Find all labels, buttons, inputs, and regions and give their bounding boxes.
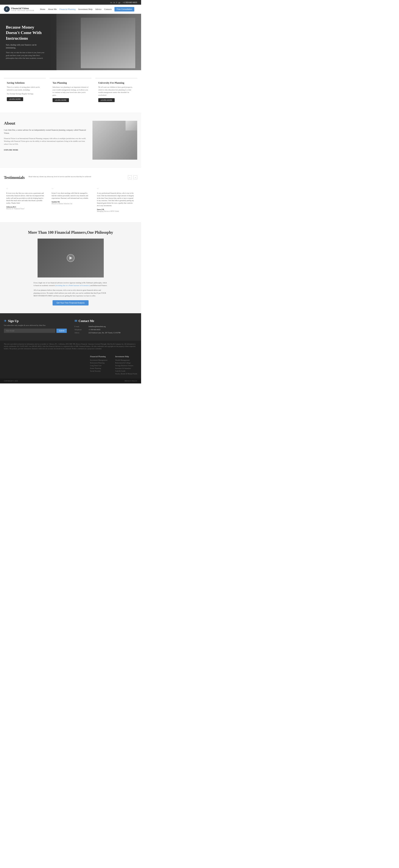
service-university: University Fee Planning We all want our … <box>95 78 137 105</box>
play-icon <box>69 256 72 259</box>
ih-link-4[interactable]: Cash & Credit <box>115 370 137 372</box>
more-than-title: More Than 100 Financial Planners,One Phi… <box>4 230 137 235</box>
ih-link-3[interactable]: Insurance & Annuities <box>115 367 137 369</box>
fp-link-1[interactable]: Retirement Planning <box>90 362 108 364</box>
brand-name: Financial Vision <box>11 7 34 10</box>
free-analysis-button[interactable]: Get Your Free Financial Analysis <box>53 300 89 306</box>
contact-icon: ✉ <box>75 319 77 323</box>
service-university-title: University Fee Planning <box>98 81 134 84</box>
contact-title-text: Contact Me <box>79 319 94 323</box>
twitter-icon[interactable]: tw <box>110 1 112 3</box>
signup-title: ✈ Sign Up <box>4 319 67 323</box>
signup-icon: ✈ <box>4 319 6 323</box>
play-button[interactable] <box>67 254 75 262</box>
nav-contacts[interactable]: Contacts <box>104 8 112 10</box>
more-than-text1: Every single one of our financial adviso… <box>34 281 108 287</box>
contact-title: ✉ Contact Me <box>75 319 137 323</box>
testimonials-cards: “ It is not every day that you come acro… <box>4 185 137 214</box>
service-university-btn[interactable]: LEARN MORE <box>98 98 115 102</box>
privacy-policy-link[interactable]: PRIVACY POLICY <box>124 380 137 382</box>
copyright: COPYRIGHT © 2019 <box>4 380 18 382</box>
services-section: Saving Solutions There is a variety of s… <box>0 70 141 113</box>
nav-home[interactable]: Home <box>40 8 45 10</box>
testimonial-3-text: A very professional financial advisor, w… <box>97 192 135 207</box>
next-arrow[interactable]: → <box>133 176 137 179</box>
testimonial-2-text: In just 2 very short meetings with John … <box>52 192 89 199</box>
fp-link-4[interactable]: Social Security <box>90 370 108 372</box>
hero-section: Because Money Doesn't Come With Instruct… <box>0 14 141 70</box>
googleplus-icon[interactable]: gp <box>118 1 120 3</box>
testimonial-1-role: Director of "Financial Times" <box>6 208 44 210</box>
footer-signup: ✈ Sign Up Get subscriber only insights &… <box>4 319 67 335</box>
nav-financial-planning[interactable]: Financial Planning <box>59 8 76 10</box>
about-intro: I am John Doe, a senior advisor for an i… <box>4 128 89 135</box>
service-saving-btn[interactable]: LEARN MORE <box>7 97 23 101</box>
hero-description: That's why we take the time to listen to… <box>6 51 47 60</box>
nav-investment-help[interactable]: Investment Help <box>78 8 92 10</box>
fp-link-0[interactable]: Investment Management <box>90 359 108 361</box>
email-input[interactable] <box>4 329 55 333</box>
footer-disclaimer: This site is provided exclusively for in… <box>0 341 141 352</box>
navbar: F Financial Vision YOUR TRUSTED ADVISOR … <box>0 5 141 14</box>
more-than-highlight: (including that of a Nobel laureate in E… <box>55 284 90 286</box>
testimonial-2-author: Smith,F.M. <box>52 201 89 203</box>
logo-shield: F <box>4 6 10 12</box>
about-image <box>92 121 137 160</box>
phone-number: +1 959 603 6035 <box>123 1 137 3</box>
footer-top: ✈ Sign Up Get subscriber only insights &… <box>0 313 141 341</box>
service-tax-text: Inheritance tax planning is an important… <box>53 86 89 96</box>
ih-link-1[interactable]: Retirement & College <box>115 362 137 364</box>
service-tax-btn[interactable]: LEARN MORE <box>53 98 69 102</box>
bottom-bar: COPYRIGHT © 2019 PRIVACY POLICY <box>0 379 141 383</box>
about-description: Financial Vision is an International Fin… <box>4 137 89 146</box>
more-than-text2: All of our planners believe that everyon… <box>34 289 108 297</box>
financial-planning-title: Financial Planning <box>90 355 108 358</box>
address-label: Adress <box>75 332 86 334</box>
phone-value: +1 959 603 6035 <box>89 329 101 331</box>
fp-link-3[interactable]: Estate Planning <box>90 367 108 369</box>
testimonials-arrows: ← → <box>128 176 137 179</box>
testimonial-1-text: It is not every day that you come across… <box>6 192 44 204</box>
nav-about[interactable]: About Me <box>48 8 57 10</box>
explore-more-link[interactable]: EXPLORE MORE <box>4 149 18 151</box>
about-text: About I am John Doe, a senior advisor fo… <box>4 121 89 160</box>
testimonial-1: “ It is not every day that you come acro… <box>4 185 47 214</box>
facebook-icon[interactable]: in <box>113 1 115 3</box>
about-title: About <box>4 121 89 126</box>
top-bar: tw in li gp +1 959 603 6035 <box>0 0 141 5</box>
address-value: 222 Fashion Lane, Ste. 207 Tustin, CA 92… <box>89 332 121 334</box>
about-section: About I am John Doe, a senior advisor fo… <box>0 113 141 167</box>
fp-link-2[interactable]: Long Term Care <box>90 365 108 367</box>
video-box[interactable] <box>37 239 104 277</box>
testimonials-title: Testimonials <box>4 176 25 180</box>
email-form: Submit <box>4 329 67 333</box>
prev-arrow[interactable]: ← <box>128 176 132 179</box>
email-label: E-mail <box>75 326 86 328</box>
footer-financial-planning: Financial Planning Investment Management… <box>90 355 108 375</box>
footer-investment-help: Investment Help Wealth Management Retire… <box>115 355 137 375</box>
service-saving-title: Saving Solutions <box>7 81 43 84</box>
linkedin-icon[interactable]: li <box>116 1 117 3</box>
ih-link-5[interactable]: Stocks, Bonds & Mutual Funds <box>115 373 137 375</box>
free-consultation-button[interactable]: Free Consultation <box>114 7 135 11</box>
quote-mark-1: “ <box>6 187 44 192</box>
testimonial-1-author: Johnson,M.J. <box>6 206 44 208</box>
email-value: JohnDoe@demolink.org <box>89 326 106 328</box>
signup-title-text: Sign Up <box>8 319 19 323</box>
quote-mark-3: “ <box>97 187 135 192</box>
logo: F Financial Vision YOUR TRUSTED ADVISOR <box>4 6 34 12</box>
testimonials-section: Testimonials Read what my clients say ab… <box>0 167 141 222</box>
nav-links: Home About Me Financial Planning Investm… <box>40 7 137 11</box>
testimonial-2: “ In just 2 very short meetings with Joh… <box>49 185 92 214</box>
submit-button[interactable]: Submit <box>56 329 66 333</box>
service-university-text: We all want our children to have good pr… <box>98 86 134 96</box>
contact-phone-row: Telephone +1 959 603 6035 <box>75 329 137 331</box>
hero-subtitle: Sure, dealing with your finances can be … <box>6 43 47 49</box>
contact-email-row: E-mail JohnDoe@demolink.org <box>75 326 137 328</box>
ih-link-2[interactable]: Savings Business Owners <box>115 365 137 367</box>
service-saving: Saving Solutions There is a variety of s… <box>4 78 46 105</box>
nav-advice[interactable]: Advice <box>95 8 102 10</box>
testimonial-2-role: Director at Riskins Solutions Ltd <box>52 203 89 205</box>
service-tax-title: Tax Planning <box>53 81 89 84</box>
ih-link-0[interactable]: Wealth Management <box>115 359 137 361</box>
